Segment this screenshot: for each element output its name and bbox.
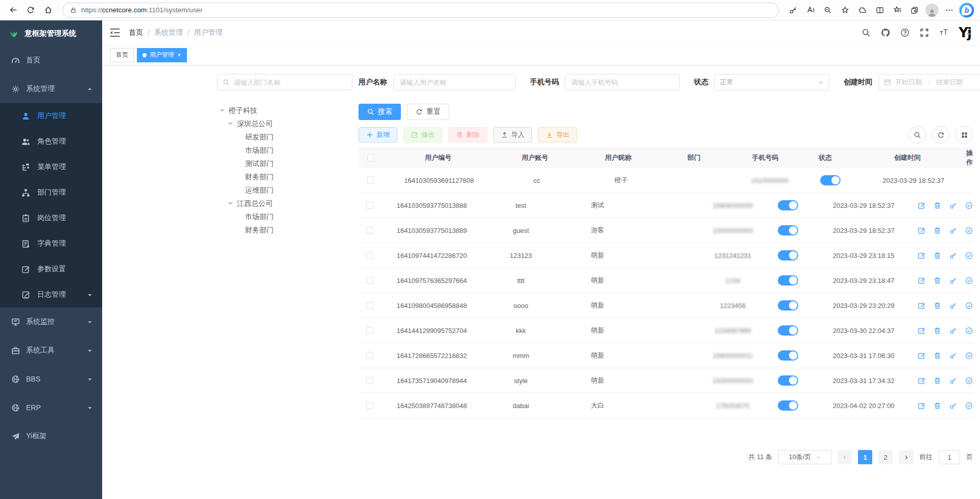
- phone-input[interactable]: [565, 74, 680, 90]
- row-delete-icon[interactable]: [934, 377, 941, 385]
- date-range-picker[interactable]: 开始日期 - 结束日期: [878, 74, 980, 90]
- row-assign-role-icon[interactable]: [965, 252, 973, 259]
- sidebar-item[interactable]: 系统工具: [0, 336, 102, 365]
- zoom-out-icon[interactable]: [820, 2, 836, 18]
- user-avatar-logo[interactable]: Yj: [959, 26, 971, 39]
- row-edit-icon[interactable]: [918, 377, 925, 385]
- address-bar[interactable]: https://ccnetcore.com:1101/system/user: [62, 3, 779, 18]
- row-delete-icon[interactable]: [934, 202, 941, 209]
- refresh-table-button[interactable]: [932, 126, 949, 144]
- row-checkbox[interactable]: [366, 352, 373, 359]
- row-reset-password-icon[interactable]: [949, 202, 957, 209]
- extensions-icon[interactable]: [854, 2, 871, 18]
- tree-node[interactable]: 测试部门: [217, 157, 352, 171]
- row-checkbox[interactable]: [366, 227, 373, 234]
- fullscreen-icon[interactable]: [920, 28, 929, 37]
- column-settings-button[interactable]: [955, 126, 973, 144]
- status-toggle[interactable]: [778, 275, 798, 286]
- row-reset-password-icon[interactable]: [949, 277, 957, 284]
- row-reset-password-icon[interactable]: [949, 227, 957, 234]
- status-toggle[interactable]: [778, 350, 798, 361]
- add-favorite-icon[interactable]: [837, 2, 853, 18]
- saved-passwords-icon[interactable]: [785, 2, 801, 18]
- font-size-icon[interactable]: [939, 28, 948, 37]
- sidebar-item[interactable]: 首页: [0, 46, 102, 75]
- sidebar-item[interactable]: 菜单管理: [0, 154, 102, 180]
- tree-expand-icon[interactable]: [220, 109, 225, 114]
- status-select[interactable]: 正常: [714, 74, 829, 90]
- row-checkbox[interactable]: [366, 302, 373, 309]
- tree-node[interactable]: 橙子科技: [217, 104, 352, 117]
- sidebar-item[interactable]: 系统管理: [0, 75, 102, 103]
- row-delete-icon[interactable]: [934, 277, 941, 284]
- breadcrumb-home[interactable]: 首页: [129, 28, 143, 37]
- status-toggle[interactable]: [778, 325, 798, 336]
- bing-chat-icon[interactable]: b: [959, 2, 975, 18]
- tree-node[interactable]: 深圳总公司: [217, 117, 352, 131]
- sidebar-item[interactable]: 部门管理: [0, 180, 102, 205]
- export-button[interactable]: 导出: [538, 127, 577, 142]
- tab-user-management[interactable]: 用户管理 ×: [137, 48, 187, 62]
- row-reset-password-icon[interactable]: [949, 377, 957, 385]
- row-delete-icon[interactable]: [934, 302, 941, 310]
- row-assign-role-icon[interactable]: [965, 227, 973, 234]
- show-search-toggle-button[interactable]: [909, 126, 926, 144]
- row-checkbox[interactable]: [366, 402, 373, 409]
- status-toggle[interactable]: [778, 225, 798, 235]
- tree-node[interactable]: 市场部门: [217, 210, 352, 224]
- sidebar-item[interactable]: 角色管理: [0, 129, 102, 154]
- row-edit-icon[interactable]: [918, 327, 925, 335]
- tree-node[interactable]: 财务部门: [217, 224, 352, 237]
- row-edit-icon[interactable]: [918, 202, 925, 209]
- favorites-icon[interactable]: [889, 2, 905, 18]
- sidebar-item[interactable]: 用户管理: [0, 103, 102, 129]
- delete-button[interactable]: 删除: [448, 127, 487, 142]
- row-checkbox[interactable]: [366, 277, 373, 284]
- sidebar-item[interactable]: BBS: [0, 365, 102, 393]
- status-toggle[interactable]: [778, 375, 798, 386]
- add-button[interactable]: 新增: [358, 127, 397, 142]
- row-assign-role-icon[interactable]: [965, 377, 973, 385]
- tree-expand-icon[interactable]: [228, 202, 233, 207]
- page-button-1[interactable]: 1: [858, 450, 872, 464]
- breadcrumb-system[interactable]: 系统管理: [154, 28, 183, 37]
- edit-button[interactable]: 修改: [403, 127, 442, 142]
- search-button[interactable]: 搜索: [358, 104, 401, 120]
- sidebar-item[interactable]: 系统监控: [0, 307, 102, 336]
- row-checkbox[interactable]: [366, 202, 373, 209]
- row-delete-icon[interactable]: [934, 402, 941, 410]
- row-delete-icon[interactable]: [934, 252, 941, 259]
- department-search-input[interactable]: [234, 79, 347, 86]
- row-edit-icon[interactable]: [918, 277, 925, 284]
- tab-close-icon[interactable]: ×: [177, 52, 181, 58]
- page-button-2[interactable]: 2: [878, 450, 893, 464]
- tab-home[interactable]: 首页: [110, 48, 134, 62]
- collections-icon[interactable]: [906, 2, 923, 18]
- tree-node[interactable]: 江西总公司: [217, 197, 352, 210]
- tree-node[interactable]: 财务部门: [217, 171, 352, 184]
- select-all-checkbox[interactable]: [367, 154, 374, 161]
- status-toggle[interactable]: [778, 300, 798, 311]
- sidebar-item[interactable]: 岗位管理: [0, 205, 102, 231]
- row-assign-role-icon[interactable]: [965, 402, 973, 410]
- row-checkbox[interactable]: [367, 177, 374, 184]
- header-search-icon[interactable]: [862, 28, 871, 37]
- tree-node[interactable]: 运维部门: [217, 184, 352, 197]
- page-size-select[interactable]: 10条/页: [778, 450, 831, 464]
- row-delete-icon[interactable]: [934, 327, 941, 335]
- tree-expand-icon[interactable]: [228, 123, 233, 128]
- sidebar-item[interactable]: 参数设置: [0, 256, 102, 282]
- sidebar-item[interactable]: Yi框架: [0, 422, 102, 450]
- browser-refresh-button[interactable]: [22, 2, 39, 18]
- tree-node[interactable]: 研发部门: [217, 131, 352, 144]
- row-reset-password-icon[interactable]: [949, 402, 957, 410]
- status-toggle[interactable]: [820, 175, 841, 185]
- goto-page-input[interactable]: [939, 450, 960, 464]
- row-assign-role-icon[interactable]: [965, 327, 973, 335]
- row-edit-icon[interactable]: [918, 227, 925, 234]
- username-input[interactable]: [393, 74, 516, 90]
- row-reset-password-icon[interactable]: [949, 352, 957, 360]
- split-screen-icon[interactable]: [872, 2, 888, 18]
- row-assign-role-icon[interactable]: [965, 352, 973, 360]
- row-checkbox[interactable]: [366, 377, 373, 384]
